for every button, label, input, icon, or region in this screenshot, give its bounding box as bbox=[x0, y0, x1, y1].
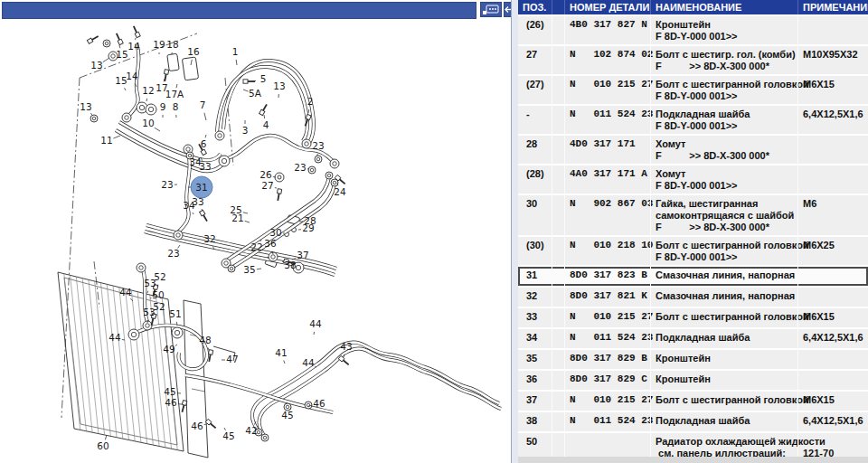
diagram-callout-52[interactable]: 52 bbox=[153, 301, 165, 312]
diagram-callout-9[interactable]: 9 bbox=[160, 101, 166, 112]
toolbar-button-part-codes[interactable] bbox=[480, 2, 502, 17]
diagram-callout-60[interactable]: 60 bbox=[97, 440, 108, 451]
diagram-callout-7[interactable]: 7 bbox=[200, 99, 206, 110]
diagram-callout-23[interactable]: 23 bbox=[294, 162, 306, 173]
diagram-callout-12[interactable]: 12 bbox=[142, 85, 154, 96]
diagram-callout-42[interactable]: 42 bbox=[245, 425, 257, 436]
table-row[interactable]: 38N 011 524 23Подкладная шайба6,4X12,5X1… bbox=[518, 412, 868, 431]
diagram-callout-32[interactable]: 32 bbox=[203, 233, 215, 244]
table-row[interactable]: (26)4B0 317 827 NКронштейн F 8D-Y-000 00… bbox=[518, 16, 868, 44]
diagram-callout-14[interactable]: 14 bbox=[127, 41, 140, 52]
diagram-callout-36[interactable]: 36 bbox=[264, 238, 277, 249]
cell-part-number: N 010 215 27 bbox=[564, 392, 650, 411]
diagram-callout-17A[interactable]: 17A bbox=[165, 89, 184, 99]
table-row[interactable]: 328D0 317 821 KСмазочная линия, напорная bbox=[518, 288, 868, 307]
diagram-callout-46[interactable]: 46 bbox=[313, 398, 326, 409]
diagram-callout-44[interactable]: 44 bbox=[119, 287, 132, 298]
cell-blank bbox=[552, 392, 564, 411]
diagram-callout-44[interactable]: 44 bbox=[309, 318, 322, 329]
diagram-callout-51[interactable]: 51 bbox=[169, 308, 181, 319]
cell-pos: 38 bbox=[518, 412, 552, 431]
diagram-callout-37[interactable]: 37 bbox=[297, 250, 308, 260]
diagram-callout-47[interactable]: 47 bbox=[226, 354, 238, 364]
cell-pos: (26) bbox=[518, 16, 552, 44]
diagram-callout-41[interactable]: 41 bbox=[275, 347, 287, 358]
diagram-callout-1[interactable]: 1 bbox=[232, 46, 239, 57]
diagram-callout-46[interactable]: 46 bbox=[191, 420, 203, 431]
diagram-callout-27[interactable]: 27 bbox=[261, 180, 273, 191]
table-row[interactable]: 30N 902 867 03Гайка, шестигранная самоко… bbox=[518, 195, 868, 235]
callout-leader-line bbox=[273, 176, 276, 177]
table-row[interactable]: -N 011 524 23Подкладная шайба F 8D-Y-000… bbox=[518, 106, 868, 134]
callout-leader-line bbox=[155, 128, 160, 131]
diagram-callout-19[interactable]: 19 bbox=[153, 39, 165, 50]
cell-name: Подкладная шайба F 8D-Y-000 001>> bbox=[650, 106, 797, 134]
diagram-callout-23[interactable]: 23 bbox=[312, 140, 324, 151]
cell-blank bbox=[552, 195, 564, 235]
table-row[interactable]: (30)N 010 218 10Болт с шестигранной голо… bbox=[518, 237, 868, 265]
diagram-callout-4[interactable]: 4 bbox=[263, 119, 269, 130]
cell-note bbox=[797, 371, 868, 390]
diagram-callout-5A[interactable]: 5A bbox=[249, 88, 262, 99]
diagram-callout-21[interactable]: 21 bbox=[231, 213, 243, 223]
diagram-callout-30[interactable]: 30 bbox=[269, 227, 281, 238]
diagram-callout-15[interactable]: 15 bbox=[116, 49, 127, 60]
parts-catalog-window: 131514191816155A1717A1213151498721334101… bbox=[0, 0, 868, 463]
cell-part-number: 8D0 317 829 B bbox=[564, 350, 650, 369]
diagram-callout-52[interactable]: 52 bbox=[154, 271, 165, 282]
callout-leader-line bbox=[122, 339, 125, 340]
cell-blank bbox=[552, 76, 564, 104]
diagram-callout-10[interactable]: 10 bbox=[142, 118, 154, 128]
diagram-callout-49[interactable]: 49 bbox=[163, 344, 175, 354]
diagram-callout-48[interactable]: 48 bbox=[199, 335, 211, 345]
callout-leader-line bbox=[147, 320, 148, 323]
diagram-callout-26[interactable]: 26 bbox=[259, 169, 272, 180]
table-row[interactable]: (27)N 010 215 27Болт с шестигранной голо… bbox=[518, 76, 868, 104]
table-row[interactable]: 358D0 317 829 BКронштейн bbox=[518, 350, 868, 369]
cell-part-number: N 010 215 27 bbox=[564, 76, 650, 104]
diagram-callout-8[interactable]: 8 bbox=[173, 101, 179, 112]
callout-leader-line bbox=[103, 58, 109, 62]
table-row[interactable]: 33N 010 215 27Болт с шестигранной головк… bbox=[518, 308, 868, 327]
diagram-callout-45[interactable]: 45 bbox=[222, 430, 234, 441]
diagram-callout-22[interactable]: 22 bbox=[250, 241, 262, 252]
cell-pos: 34 bbox=[518, 329, 552, 348]
table-row[interactable]: (28)4A0 317 171 AХомут F 8D-Y-000 001>> bbox=[518, 165, 868, 194]
diagram-callout-13[interactable]: 13 bbox=[90, 60, 102, 71]
cell-part-number: N 010 215 27 bbox=[564, 308, 650, 327]
diagram-callout-44[interactable]: 44 bbox=[108, 332, 121, 343]
table-row[interactable]: 27N 102 874 02Болт с шестигр. гол. (комб… bbox=[518, 46, 868, 74]
diagram-callout-50[interactable]: 50 bbox=[152, 289, 164, 300]
diagram-callout-24[interactable]: 24 bbox=[334, 186, 346, 197]
column-header-part-number: НОМЕР ДЕТАЛИ bbox=[564, 0, 650, 14]
diagram-callout-43[interactable]: 43 bbox=[340, 341, 352, 352]
diagram-callout-45[interactable]: 45 bbox=[164, 386, 175, 397]
diagram-callout-14[interactable]: 14 bbox=[126, 71, 138, 81]
diagram-callout-13[interactable]: 13 bbox=[273, 80, 285, 91]
diagram-callout-29[interactable]: 29 bbox=[302, 222, 314, 233]
diagram-callout-2[interactable]: 2 bbox=[307, 96, 314, 107]
table-row[interactable]: 318D0 317 823 BСмазочная линия, напорная bbox=[518, 267, 868, 286]
diagram-callout-6[interactable]: 6 bbox=[201, 138, 207, 149]
diagram-callout-23[interactable]: 23 bbox=[167, 248, 179, 259]
diagram-callout-46[interactable]: 46 bbox=[165, 397, 177, 408]
diagram-callout-3[interactable]: 3 bbox=[242, 125, 249, 136]
cell-note: M10X95X32 bbox=[797, 46, 868, 74]
diagram-callout-45[interactable]: 45 bbox=[281, 410, 293, 420]
table-row[interactable]: 34N 011 524 23Подкладная шайба6,4X12,5X1… bbox=[518, 329, 868, 348]
diagram-callout-11[interactable]: 11 bbox=[100, 135, 112, 146]
table-row[interactable]: 284D0 317 171Хомут F >> 8D-X-300 000* bbox=[518, 136, 868, 164]
diagram-callout-38[interactable]: 38 bbox=[284, 260, 296, 270]
diagram-callout-35[interactable]: 35 bbox=[243, 264, 255, 275]
diagram-callout-13[interactable]: 13 bbox=[80, 101, 91, 112]
diagram-callout-16[interactable]: 16 bbox=[187, 46, 200, 57]
diagram-callout-31-highlighted[interactable]: 31 bbox=[188, 176, 212, 198]
table-row[interactable]: 368D0 317 829 CКронштейн bbox=[518, 371, 868, 390]
diagram-callout-33[interactable]: 33 bbox=[199, 161, 211, 172]
diagram-callout-5[interactable]: 5 bbox=[260, 73, 267, 84]
cell-pos: - bbox=[518, 106, 552, 134]
diagram-callout-23[interactable]: 23 bbox=[161, 179, 173, 190]
table-row[interactable]: 37N 010 215 27Болт с шестигранной головк… bbox=[518, 392, 868, 411]
diagram-callout-18[interactable]: 18 bbox=[166, 39, 178, 50]
diagram-callout-44[interactable]: 44 bbox=[302, 357, 315, 368]
